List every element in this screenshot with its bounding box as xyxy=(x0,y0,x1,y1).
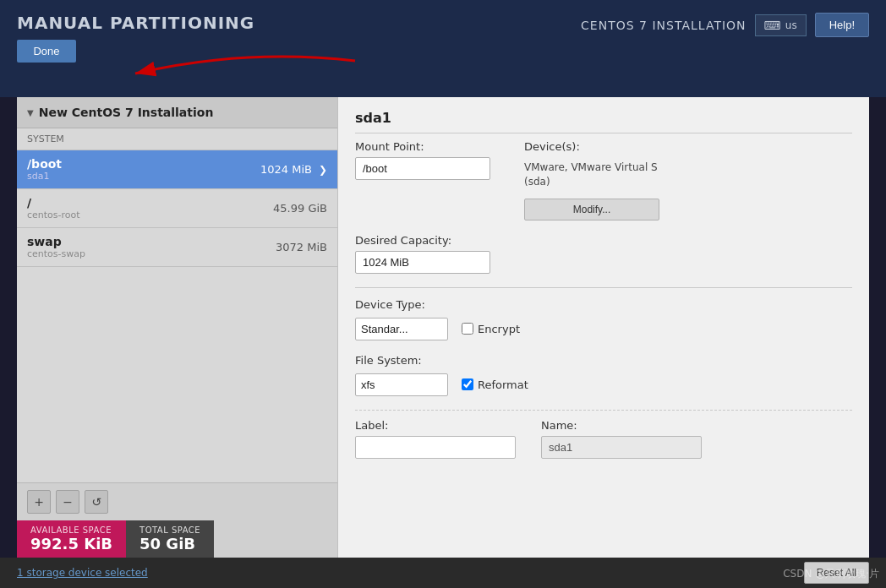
boot-chevron: ❯ xyxy=(319,164,327,176)
capacity-row: Desired Capacity: xyxy=(355,234,852,274)
mount-point-input[interactable] xyxy=(355,157,490,180)
partition-item-boot[interactable]: /boot sda1 1024 MiB ❯ xyxy=(17,150,337,189)
space-footer: AVAILABLE SPACE 992.5 KiB TOTAL SPACE 50… xyxy=(17,520,337,558)
header-right: CENTOS 7 INSTALLATION ⌨ us Help! xyxy=(581,13,869,37)
file-system-label: File System: xyxy=(355,354,422,367)
devices-group: Device(s): VMware, VMware Virtual S (sda… xyxy=(524,140,659,220)
root-device: centos-root xyxy=(27,210,80,220)
watermark: CSDN @只剩玫瑰·片 xyxy=(783,567,879,581)
filesystem-select[interactable]: xfs ext4 ext3 swap xyxy=(355,373,448,396)
page-title: MANUAL PARTITIONING xyxy=(17,13,254,33)
keyboard-icon: ⌨ xyxy=(764,19,781,32)
encrypt-checkbox[interactable] xyxy=(462,323,473,335)
done-button[interactable]: Done xyxy=(17,40,76,63)
mount-device-row: Mount Point: Device(s): VMware, VMware V… xyxy=(355,140,852,220)
help-button[interactable]: Help! xyxy=(815,13,869,37)
boot-device: sda1 xyxy=(27,171,62,182)
available-value: 992.5 KiB xyxy=(30,535,112,553)
boot-size: 1024 MiB xyxy=(260,163,312,176)
swap-device: centos-swap xyxy=(27,248,85,259)
partition-detail-title: sda1 xyxy=(355,110,852,133)
device-type-select-wrapper: Standar... LVM RAID xyxy=(355,318,448,340)
partition-item-swap[interactable]: swap centos-swap 3072 MiB xyxy=(17,228,337,267)
swap-size: 3072 MiB xyxy=(276,241,327,253)
encrypt-label: Encrypt xyxy=(478,323,520,335)
root-size: 45.99 GiB xyxy=(273,202,327,215)
storage-device-link[interactable]: 1 storage device selected xyxy=(17,567,148,579)
reformat-group: Reformat xyxy=(462,378,528,391)
header-left: MANUAL PARTITIONING Done xyxy=(17,13,254,63)
centos-title: CENTOS 7 INSTALLATION xyxy=(581,19,746,32)
keyboard-lang: us xyxy=(785,19,797,31)
header-bar: MANUAL PARTITIONING Done CENTOS 7 INSTAL… xyxy=(0,0,886,97)
bottom-bar: 1 storage device selected Reset All xyxy=(0,558,886,588)
content-wrapper: ▼ New CentOS 7 Installation SYSTEM /boot… xyxy=(0,97,886,588)
available-label: AVAILABLE SPACE xyxy=(30,525,112,535)
available-space: AVAILABLE SPACE 992.5 KiB xyxy=(17,520,126,558)
add-partition-button[interactable]: + xyxy=(27,490,51,514)
devices-label: Device(s): xyxy=(524,140,659,153)
device-type-select[interactable]: Standar... LVM RAID xyxy=(355,318,448,340)
refresh-button[interactable]: ↺ xyxy=(85,490,108,514)
section-divider-1 xyxy=(355,287,852,288)
mount-point-group: Mount Point: xyxy=(355,140,490,220)
desired-capacity-label: Desired Capacity: xyxy=(355,234,490,247)
partition-footer: + − ↺ xyxy=(17,482,337,520)
devices-value: VMware, VMware Virtual S (sda) xyxy=(524,161,659,189)
total-value: 50 GiB xyxy=(139,535,200,553)
keyboard-indicator[interactable]: ⌨ us xyxy=(755,14,807,36)
installation-header: ▼ New CentOS 7 Installation xyxy=(17,97,337,128)
total-space: TOTAL SPACE 50 GiB xyxy=(126,520,214,558)
name-label: Name: xyxy=(541,419,702,432)
filesystem-row: xfs ext4 ext3 swap Reformat xyxy=(355,373,852,396)
right-panel: sda1 Mount Point: Device(s): VMware, VMw… xyxy=(338,97,869,558)
name-group: Name: xyxy=(541,419,702,459)
swap-name: swap xyxy=(27,235,85,248)
reformat-label: Reformat xyxy=(478,378,528,391)
label-label: Label: xyxy=(355,419,516,432)
desired-capacity-input[interactable] xyxy=(355,251,490,274)
name-input[interactable] xyxy=(541,436,702,459)
device-type-row: Standar... LVM RAID Encrypt xyxy=(355,318,852,340)
partition-list: /boot sda1 1024 MiB ❯ / centos-root 45.9… xyxy=(17,150,337,482)
modify-button[interactable]: Modify... xyxy=(524,199,659,220)
file-system-section: File System: xyxy=(355,354,852,367)
desired-capacity-group: Desired Capacity: xyxy=(355,234,490,274)
system-label: SYSTEM xyxy=(17,128,337,150)
remove-partition-button[interactable]: − xyxy=(56,490,79,514)
installation-title: New CentOS 7 Installation xyxy=(39,106,214,119)
device-type-label: Device Type: xyxy=(355,298,425,311)
boot-name: /boot xyxy=(27,157,62,171)
partition-item-root[interactable]: / centos-root 45.99 GiB xyxy=(17,189,337,228)
label-input[interactable] xyxy=(355,436,516,459)
triangle-icon: ▼ xyxy=(27,108,34,117)
root-name: / xyxy=(27,196,80,210)
left-panel: ▼ New CentOS 7 Installation SYSTEM /boot… xyxy=(17,97,338,558)
label-name-row: Label: Name: xyxy=(355,410,852,459)
label-group: Label: xyxy=(355,419,516,459)
total-label: TOTAL SPACE xyxy=(139,525,200,535)
mount-point-label: Mount Point: xyxy=(355,140,490,153)
device-type-section: Device Type: xyxy=(355,298,852,311)
panels-wrapper: ▼ New CentOS 7 Installation SYSTEM /boot… xyxy=(17,97,869,558)
reformat-checkbox[interactable] xyxy=(462,378,473,390)
filesystem-select-wrapper: xfs ext4 ext3 swap xyxy=(355,373,448,396)
encrypt-group: Encrypt xyxy=(462,323,520,335)
